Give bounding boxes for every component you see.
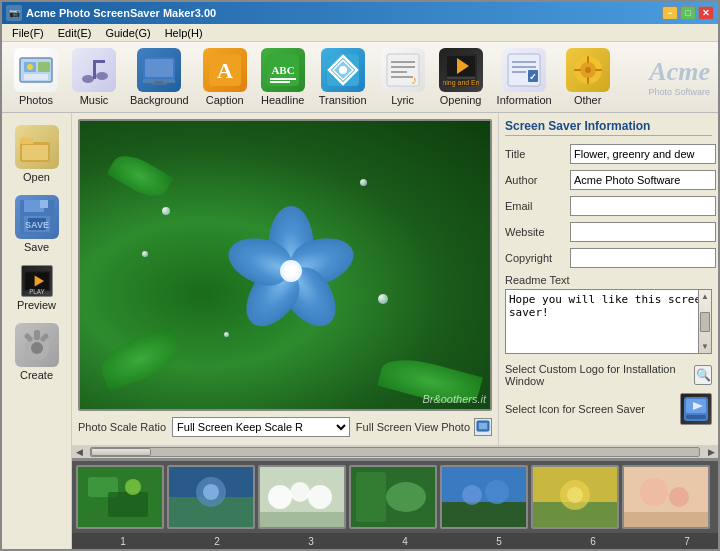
filmstrip-thumb-1[interactable]: [76, 465, 164, 529]
svg-point-62: [31, 342, 43, 354]
svg-rect-89: [442, 502, 526, 527]
headline-icon: ABC: [261, 48, 305, 92]
tool-other[interactable]: Other: [562, 46, 614, 108]
tool-information[interactable]: ✓ Information: [493, 46, 556, 108]
create-button[interactable]: Create: [7, 319, 67, 385]
svg-rect-3: [24, 74, 48, 80]
horizontal-scrollbar[interactable]: ◀ ▶: [72, 445, 718, 459]
website-field-label: Website: [505, 226, 570, 238]
transition-icon: [321, 48, 365, 92]
leaf-3: [107, 148, 174, 204]
svg-point-6: [96, 72, 108, 80]
svg-point-82: [290, 482, 310, 502]
title-input[interactable]: [570, 144, 716, 164]
tool-music[interactable]: Music: [68, 46, 120, 108]
filmstrip-thumb-6[interactable]: [531, 465, 619, 529]
filmstrip-thumb-5[interactable]: [440, 465, 528, 529]
author-input[interactable]: [570, 170, 716, 190]
menu-help[interactable]: Help(H): [159, 26, 209, 40]
scale-select[interactable]: Full Screen Keep Scale R: [172, 417, 350, 437]
author-row: Author: [505, 170, 712, 190]
readme-textarea[interactable]: Hope you will like this screen saver!: [505, 289, 712, 354]
info-panel-title: Screen Saver Information: [505, 119, 712, 136]
svg-text:PLAY: PLAY: [29, 288, 45, 295]
filmstrip-thumb-7[interactable]: [622, 465, 710, 529]
menu-file[interactable]: File(F): [6, 26, 50, 40]
photo-preview: Br&oothers.it: [78, 119, 492, 411]
view-photo-area: Full Screen View Photo: [356, 418, 492, 436]
svg-rect-8: [93, 60, 105, 63]
tool-headline[interactable]: ABC Headline: [257, 46, 309, 108]
filmstrip-thumb-3[interactable]: [258, 465, 346, 529]
tool-opening[interactable]: Opening and Ending Opening: [435, 46, 487, 108]
svg-rect-50: [22, 145, 48, 160]
svg-rect-86: [356, 472, 386, 522]
save-button[interactable]: SAVE Save: [7, 191, 67, 257]
svg-point-87: [386, 482, 426, 512]
logo-row: Select Custom Logo for Installation Wind…: [505, 363, 712, 387]
scroll-left-button[interactable]: ◀: [72, 445, 86, 459]
svg-point-83: [308, 485, 332, 509]
scrollbar-thumb[interactable]: [91, 448, 151, 456]
tool-caption[interactable]: A Caption: [199, 46, 251, 108]
filmstrip-thumb-2[interactable]: [167, 465, 255, 529]
caption-label: Caption: [206, 94, 244, 106]
filmstrip-num-5: 5: [455, 536, 543, 547]
svg-rect-84: [260, 512, 344, 527]
svg-rect-2: [38, 62, 50, 72]
filmstrip-num-7: 7: [643, 536, 718, 547]
tool-transition[interactable]: Transition: [315, 46, 371, 108]
transition-label: Transition: [319, 94, 367, 106]
copyright-field-label: Copyright: [505, 252, 570, 264]
preview-button[interactable]: PLAY Preview: [7, 261, 67, 315]
tool-lyric[interactable]: ♪ Lyric: [377, 46, 429, 108]
textarea-scrollbar[interactable]: ▲ ▼: [698, 289, 712, 354]
menu-edit[interactable]: Edit(E): [52, 26, 98, 40]
readme-container: Hope you will like this screen saver! ▲ …: [505, 289, 712, 357]
scrollbar-track[interactable]: [90, 447, 700, 457]
copyright-input[interactable]: [570, 248, 716, 268]
leaf-1: [96, 327, 185, 392]
view-label: Full Screen View Photo: [356, 421, 470, 433]
tool-photos[interactable]: Photos: [10, 46, 62, 108]
preview-pane: Br&oothers.it Photo Scale Ratio Full Scr…: [72, 113, 498, 445]
content-area: Br&oothers.it Photo Scale Ratio Full Scr…: [72, 113, 718, 549]
svg-rect-53: [40, 200, 48, 208]
acme-logo-text: Acme: [649, 57, 710, 87]
icon-preview-btn[interactable]: [680, 393, 712, 425]
main-area: Open SAVE Save: [2, 113, 718, 549]
view-photo-button[interactable]: [474, 418, 492, 436]
svg-point-90: [462, 485, 482, 505]
other-icon: [566, 48, 610, 92]
svg-rect-45: [587, 77, 589, 84]
logo-search-button[interactable]: 🔍: [694, 365, 712, 385]
main-window: 📷 Acme Photo ScreenSaver Maker3.00 − □ ✕…: [0, 0, 720, 551]
other-label: Other: [574, 94, 602, 106]
close-button[interactable]: ✕: [698, 6, 714, 20]
menu-guide[interactable]: Guide(G): [99, 26, 156, 40]
information-label: Information: [497, 94, 552, 106]
open-label: Open: [23, 171, 50, 183]
svg-rect-44: [587, 56, 589, 63]
svg-rect-99: [624, 512, 708, 527]
preview-icon: PLAY: [21, 265, 53, 297]
maximize-button[interactable]: □: [680, 6, 696, 20]
scroll-right-button[interactable]: ▶: [704, 445, 718, 459]
website-row: Website: [505, 222, 712, 242]
filmstrip-thumb-4[interactable]: [349, 465, 437, 529]
email-input[interactable]: [570, 196, 716, 216]
tool-background[interactable]: Background: [126, 46, 193, 108]
filmstrip-area: 1 2 3 4 5 6 7: [72, 459, 718, 549]
info-pane: Screen Saver Information Title Author Em…: [498, 113, 718, 445]
svg-point-95: [567, 487, 583, 503]
minimize-button[interactable]: −: [662, 6, 678, 20]
website-input[interactable]: [570, 222, 716, 242]
email-row: Email: [505, 196, 712, 216]
background-icon: [137, 48, 181, 92]
open-button[interactable]: Open: [7, 121, 67, 187]
filmstrip-num-6: 6: [549, 536, 637, 547]
svg-text:ABC: ABC: [271, 64, 294, 76]
acme-sub-text: Photo Software: [648, 87, 710, 97]
left-sidebar: Open SAVE Save: [2, 113, 72, 549]
background-label: Background: [130, 94, 189, 106]
